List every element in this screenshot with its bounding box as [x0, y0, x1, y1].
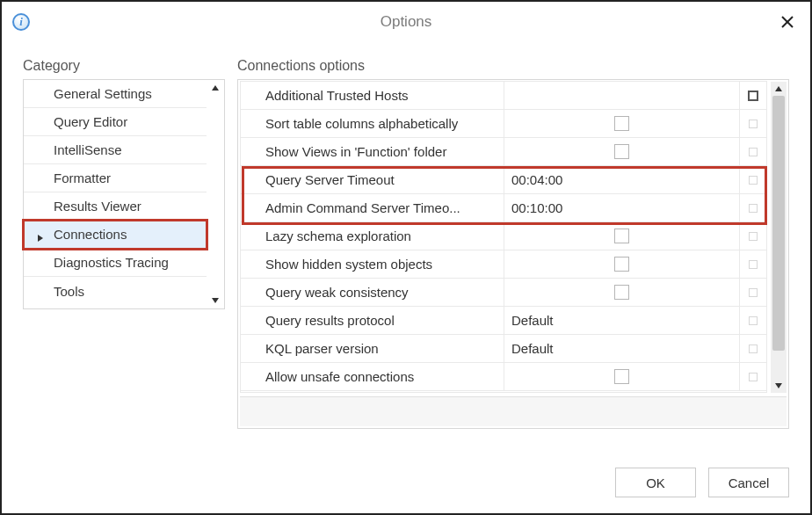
property-row[interactable]: Query Server Timeout00:04:00	[241, 166, 766, 194]
svg-marker-11	[212, 298, 219, 303]
scroll-down-icon[interactable]	[771, 379, 787, 393]
category-item-label: Connections	[54, 227, 127, 242]
close-icon	[780, 15, 794, 29]
property-control[interactable]	[740, 194, 766, 221]
property-value[interactable]	[504, 110, 740, 137]
property-control[interactable]	[740, 250, 766, 278]
property-row[interactable]: Admin Command Server Timeo...00:10:00	[241, 194, 766, 222]
reset-indicator-icon	[749, 176, 758, 185]
property-control[interactable]	[740, 363, 766, 390]
property-control[interactable]	[740, 222, 766, 250]
property-name: Additional Trusted Hosts	[241, 82, 504, 109]
property-control[interactable]	[740, 110, 766, 137]
reset-indicator-icon	[749, 316, 758, 325]
property-control[interactable]	[740, 279, 766, 306]
category-scrollbar[interactable]	[208, 81, 222, 308]
property-value[interactable]: 00:04:00	[504, 166, 740, 193]
property-grid: Additional Trusted HostsSort table colum…	[240, 81, 767, 393]
reset-indicator-icon	[749, 204, 758, 213]
property-control[interactable]	[740, 82, 766, 109]
property-row[interactable]: Sort table columns alphabetically	[241, 110, 766, 138]
reset-indicator-icon	[749, 232, 758, 241]
property-value[interactable]	[504, 279, 740, 306]
svg-marker-7	[38, 235, 43, 242]
category-item-connections[interactable]: Connections	[24, 221, 207, 249]
ok-button[interactable]: OK	[615, 468, 696, 497]
property-name: Sort table columns alphabetically	[241, 110, 504, 137]
property-row[interactable]: Query results protocolDefault	[241, 307, 766, 335]
property-value[interactable]	[504, 82, 740, 109]
checkbox[interactable]	[614, 257, 629, 272]
category-item-label: IntelliSense	[54, 142, 122, 157]
property-name: Show hidden system objects	[241, 250, 504, 278]
cancel-button[interactable]: Cancel	[708, 468, 789, 497]
selection-marker-icon	[36, 230, 45, 239]
checkbox[interactable]	[614, 285, 629, 300]
property-row[interactable]: Additional Trusted Hosts	[241, 82, 766, 110]
category-item-general-settings[interactable]: General Settings	[24, 80, 207, 108]
reset-indicator-icon	[749, 373, 758, 381]
close-button[interactable]	[775, 10, 800, 34]
property-control[interactable]	[740, 166, 766, 193]
property-value[interactable]: Default	[504, 335, 740, 362]
reset-indicator-icon	[749, 148, 758, 156]
category-item-formatter[interactable]: Formatter	[24, 164, 207, 192]
property-name: Lazy schema exploration	[241, 222, 504, 250]
property-row[interactable]: Lazy schema exploration	[241, 222, 766, 250]
checkbox[interactable]	[614, 369, 629, 384]
options-label: Connections options	[237, 58, 789, 74]
category-item-results-viewer[interactable]: Results Viewer	[24, 192, 207, 221]
property-row[interactable]: KQL parser versionDefault	[241, 335, 766, 363]
scroll-up-icon[interactable]	[208, 81, 222, 95]
property-value[interactable]	[504, 250, 740, 278]
dialog-title: Options	[2, 13, 810, 31]
category-item-diagnostics-tracing[interactable]: Diagnostics Tracing	[24, 249, 207, 277]
property-name: Admin Command Server Timeo...	[241, 194, 504, 221]
checkbox[interactable]	[614, 144, 629, 159]
property-control[interactable]	[740, 335, 766, 362]
scrollbar-thumb[interactable]	[772, 96, 785, 351]
svg-marker-12	[775, 86, 782, 91]
reset-indicator-icon	[749, 260, 758, 269]
category-item-label: Diagnostics Tracing	[54, 255, 169, 270]
category-item-query-editor[interactable]: Query Editor	[24, 108, 207, 136]
property-value[interactable]	[504, 222, 740, 250]
checkbox[interactable]	[614, 228, 629, 243]
info-icon: i	[12, 13, 30, 31]
property-row[interactable]: Query weak consistency	[241, 279, 766, 307]
property-control[interactable]	[740, 307, 766, 334]
reset-indicator-icon	[749, 288, 758, 297]
scroll-down-icon[interactable]	[208, 294, 222, 308]
property-description-area	[240, 396, 787, 426]
property-value[interactable]: Default	[504, 307, 740, 334]
property-value[interactable]	[504, 363, 740, 390]
checkbox[interactable]	[614, 116, 629, 131]
category-item-label: Query Editor	[54, 114, 127, 129]
category-item-tools[interactable]: Tools	[24, 277, 207, 305]
property-row[interactable]: Allow unsafe connections	[241, 363, 766, 391]
options-scrollbar[interactable]	[771, 82, 787, 393]
property-control[interactable]	[740, 138, 766, 165]
property-row[interactable]: Show hidden system objects	[241, 250, 766, 279]
property-row[interactable]: Show Views in 'Function' folder	[241, 138, 766, 166]
category-item-label: Results Viewer	[54, 199, 141, 214]
reset-indicator-icon	[749, 120, 758, 128]
scroll-up-icon[interactable]	[771, 82, 787, 96]
property-name: Show Views in 'Function' folder	[241, 138, 504, 165]
property-value[interactable]: 00:10:00	[504, 194, 740, 221]
category-item-label: Formatter	[54, 170, 111, 185]
category-item-label: General Settings	[54, 86, 152, 101]
reset-indicator-icon	[749, 345, 758, 353]
category-item-label: Tools	[54, 284, 84, 299]
property-value[interactable]	[504, 138, 740, 165]
category-label: Category	[23, 58, 225, 74]
ellipsis-button-icon[interactable]	[748, 91, 758, 101]
category-list-box: General SettingsQuery EditorIntelliSense…	[23, 79, 225, 309]
property-name: Allow unsafe connections	[241, 363, 504, 390]
property-name: Query weak consistency	[241, 279, 504, 306]
dialog-footer: OK Cancel	[615, 468, 789, 497]
property-name: Query results protocol	[241, 307, 504, 334]
property-name: KQL parser version	[241, 335, 504, 362]
options-panel: Additional Trusted HostsSort table colum…	[237, 79, 789, 429]
category-item-intellisense[interactable]: IntelliSense	[24, 136, 207, 164]
